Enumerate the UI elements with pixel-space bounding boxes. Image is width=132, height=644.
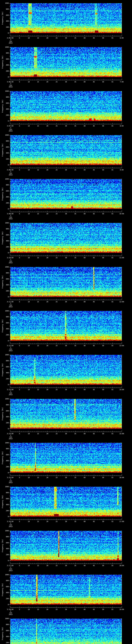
spectrogram-stack: Frequency (Hz)100080060040020003:05:0051… bbox=[0, 0, 132, 644]
x-start-time-label: 3:18:00 bbox=[2, 608, 18, 610]
x-tick-label: 20 bbox=[45, 345, 50, 346]
x-tick-label: 50 bbox=[100, 565, 106, 566]
date-line: Jun bbox=[3, 172, 18, 174]
x-tick-label: 25 bbox=[54, 477, 59, 478]
x-tick-label: 45 bbox=[91, 608, 96, 610]
date-line: Jun bbox=[3, 568, 18, 570]
date-line: 2 bbox=[3, 127, 18, 128]
x-tick-label: 15 bbox=[36, 345, 40, 346]
y-tick-label: 400 bbox=[0, 152, 9, 154]
y-tick-label: 200 bbox=[0, 422, 9, 424]
date-line: Jun bbox=[3, 304, 18, 306]
x-tick-label: 30 bbox=[64, 169, 68, 171]
x-tick-label: 55 bbox=[110, 257, 115, 259]
y-tick-label: 200 bbox=[0, 334, 9, 336]
y-axis-title: Frequency (Hz) bbox=[2, 363, 4, 376]
date-line: 2015 bbox=[3, 174, 18, 176]
x-tick-label: 35 bbox=[73, 389, 78, 390]
y-tick-label: 600 bbox=[0, 322, 9, 324]
x-tick-label: 40 bbox=[82, 608, 87, 610]
y-tick-label: 1000 bbox=[0, 354, 9, 356]
x-tick-label: 40 bbox=[82, 565, 87, 566]
x-tick-label: 35 bbox=[73, 345, 78, 346]
x-tick-label: 5 bbox=[17, 477, 22, 478]
y-tick-label: 400 bbox=[0, 108, 9, 110]
x-end-time-label: 16:00 bbox=[116, 477, 127, 478]
spectrogram-panel: Frequency (Hz)100080060040020003:14:0051… bbox=[0, 396, 132, 440]
x-tick-label: 10 bbox=[26, 81, 31, 83]
x-end-time-label: 13:00 bbox=[116, 345, 127, 346]
x-tick-label: 10 bbox=[26, 37, 31, 39]
x-tick-label: 15 bbox=[36, 477, 40, 478]
x-tick-label: 10 bbox=[26, 565, 31, 566]
y-axis-title: Frequency (Hz) bbox=[2, 451, 4, 464]
x-tick-label: 20 bbox=[45, 565, 50, 566]
x-start-time-label: 3:13:00 bbox=[2, 389, 18, 390]
x-tick-label: 25 bbox=[54, 565, 59, 566]
y-tick-label: 0 bbox=[0, 32, 9, 34]
x-tick-label: 20 bbox=[45, 125, 50, 127]
spectrogram-panel: Frequency (Hz)100080060040020003:07:0051… bbox=[0, 88, 132, 132]
x-tick-label: 15 bbox=[36, 301, 40, 303]
y-tick-label: 1000 bbox=[0, 2, 9, 4]
y-tick-label: 800 bbox=[0, 580, 9, 582]
spectrogram-canvas bbox=[0, 616, 132, 644]
x-tick-label: 40 bbox=[82, 169, 87, 171]
date-line: 2015 bbox=[3, 570, 18, 572]
x-tick-label: 45 bbox=[91, 125, 96, 127]
y-tick-label: 600 bbox=[0, 190, 9, 192]
y-tick-label: 400 bbox=[0, 548, 9, 550]
x-end-time-label: 7:00 bbox=[116, 81, 127, 83]
x-tick-label: 40 bbox=[82, 301, 87, 303]
x-tick-label: 5 bbox=[17, 389, 22, 390]
x-tick-label: 50 bbox=[100, 81, 106, 83]
x-tick-label: 5 bbox=[17, 81, 22, 83]
y-axis-title: Frequency (Hz) bbox=[2, 495, 4, 508]
x-tick-label: 35 bbox=[73, 565, 78, 566]
y-tick-label: 200 bbox=[0, 26, 9, 28]
x-tick-label: 10 bbox=[26, 389, 31, 390]
y-tick-label: 400 bbox=[0, 328, 9, 330]
y-tick-label: 200 bbox=[0, 510, 9, 512]
x-tick-label: 25 bbox=[54, 169, 59, 171]
y-tick-label: 800 bbox=[0, 492, 9, 494]
date-line: 2015 bbox=[3, 86, 18, 88]
spectrogram-panel: Frequency (Hz)100080060040020003:15:0051… bbox=[0, 440, 132, 484]
y-tick-label: 1000 bbox=[0, 574, 9, 576]
y-tick-label: 400 bbox=[0, 636, 9, 638]
y-tick-label: 600 bbox=[0, 278, 9, 280]
spectrogram-panel: Frequency (Hz)100080060040020003:05:0051… bbox=[0, 0, 132, 44]
date-line: Jun bbox=[3, 524, 18, 526]
y-tick-label: 800 bbox=[0, 8, 9, 10]
x-tick-label: 5 bbox=[17, 213, 22, 215]
x-end-time-label: 14:00 bbox=[116, 389, 127, 390]
y-tick-label: 0 bbox=[0, 76, 9, 78]
date-line: 2015 bbox=[3, 350, 18, 352]
x-tick-label: 20 bbox=[45, 257, 50, 259]
x-start-time-label: 3:17:00 bbox=[2, 565, 18, 566]
y-tick-label: 400 bbox=[0, 592, 9, 594]
x-tick-label: 50 bbox=[100, 389, 106, 390]
y-axis-title: Frequency (Hz) bbox=[2, 407, 4, 420]
x-tick-label: 50 bbox=[100, 213, 106, 215]
y-tick-label: 200 bbox=[0, 554, 9, 556]
x-tick-label: 5 bbox=[17, 257, 22, 259]
x-tick-label: 55 bbox=[110, 125, 115, 127]
date-line: 2 bbox=[3, 390, 18, 392]
y-axis-title: Frequency (Hz) bbox=[2, 56, 4, 68]
x-tick-label: 40 bbox=[82, 389, 87, 390]
x-tick-label: 45 bbox=[91, 520, 96, 522]
y-tick-label: 800 bbox=[0, 360, 9, 362]
x-tick-label: 55 bbox=[110, 213, 115, 215]
y-tick-label: 600 bbox=[0, 410, 9, 412]
y-tick-label: 800 bbox=[0, 536, 9, 538]
x-start-time-label: 3:11:00 bbox=[2, 301, 18, 303]
x-tick-label: 25 bbox=[54, 389, 59, 390]
x-tick-label: 20 bbox=[45, 477, 50, 478]
x-tick-label: 35 bbox=[73, 213, 78, 215]
y-tick-label: 1000 bbox=[0, 618, 9, 620]
y-tick-label: 200 bbox=[0, 70, 9, 72]
x-tick-label: 35 bbox=[73, 301, 78, 303]
x-tick-label: 25 bbox=[54, 520, 59, 522]
x-start-time-label: 3:08:00 bbox=[2, 169, 18, 171]
